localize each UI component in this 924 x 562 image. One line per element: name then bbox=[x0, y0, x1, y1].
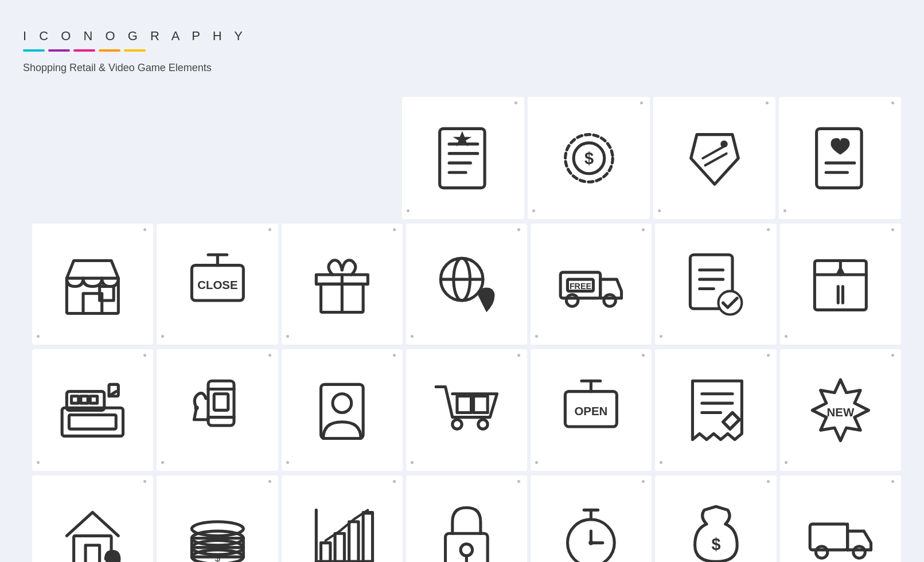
color-bar-cyan bbox=[23, 49, 45, 52]
color-bar-yellow bbox=[124, 49, 146, 52]
user-card-icon-cell bbox=[282, 349, 403, 470]
coin-stack-icon-cell: $ bbox=[157, 475, 278, 562]
price-tag-icon-cell bbox=[653, 97, 775, 219]
free-delivery-icon-cell: FREE bbox=[531, 224, 652, 345]
svg-text:$: $ bbox=[215, 553, 220, 562]
open-sign-icon-cell: OPEN bbox=[531, 349, 652, 470]
receipt-edit-icon-cell bbox=[655, 349, 776, 470]
free-delivery-icon: FREE bbox=[556, 249, 626, 319]
svg-rect-45 bbox=[62, 408, 123, 436]
global-location-icon bbox=[431, 249, 502, 319]
verified-doc-icon-cell bbox=[655, 224, 776, 345]
verified-doc-icon bbox=[681, 249, 751, 319]
svg-rect-48 bbox=[72, 396, 79, 403]
heart-list-icon bbox=[805, 123, 876, 194]
header-section: I C O N O G R A P H Y Shopping Retail & … bbox=[23, 23, 901, 85]
svg-point-62 bbox=[453, 419, 462, 428]
gift-box-icon bbox=[307, 249, 377, 319]
coin-dollar-icon-cell: $ bbox=[528, 97, 650, 219]
svg-rect-50 bbox=[91, 396, 98, 403]
svg-text:CLOSE: CLOSE bbox=[197, 278, 237, 291]
color-bar-purple bbox=[48, 49, 70, 52]
growth-chart-icon bbox=[307, 501, 377, 562]
growth-chart-icon-cell bbox=[282, 475, 403, 562]
svg-rect-86 bbox=[363, 512, 372, 561]
svg-rect-53 bbox=[208, 381, 234, 426]
svg-rect-85 bbox=[349, 522, 358, 562]
gift-box-icon-cell bbox=[282, 224, 403, 345]
wishlist-icon-cell bbox=[402, 97, 524, 219]
svg-rect-12 bbox=[816, 128, 861, 188]
wishlist-icon bbox=[428, 123, 499, 194]
color-bar-pink bbox=[73, 49, 95, 52]
svg-text:OPEN: OPEN bbox=[575, 404, 608, 417]
open-sign-icon: OPEN bbox=[556, 375, 626, 446]
home-location-icon-cell bbox=[32, 475, 153, 562]
delivery-truck-icon bbox=[805, 501, 876, 562]
stopwatch-icon-cell bbox=[531, 475, 652, 562]
svg-rect-56 bbox=[214, 393, 228, 410]
coin-dollar-icon: $ bbox=[553, 123, 625, 194]
svg-rect-46 bbox=[69, 415, 116, 429]
svg-point-96 bbox=[589, 540, 594, 545]
svg-marker-44 bbox=[836, 266, 845, 275]
svg-text:NEW: NEW bbox=[827, 405, 855, 418]
color-bar-orange bbox=[99, 49, 120, 52]
home-location-icon bbox=[57, 501, 128, 562]
svg-point-57 bbox=[194, 405, 198, 410]
brand-title: I C O N O G R A P H Y bbox=[23, 29, 901, 44]
mobile-shopping-icon-cell bbox=[157, 349, 278, 470]
coin-stack-icon: $ bbox=[182, 501, 253, 562]
svg-rect-61 bbox=[474, 396, 488, 412]
svg-rect-49 bbox=[81, 396, 88, 403]
new-badge-icon: NEW bbox=[805, 375, 876, 446]
padlock-icon-cell bbox=[406, 475, 527, 562]
svg-text:FREE: FREE bbox=[570, 282, 591, 291]
cash-register-icon bbox=[57, 375, 128, 446]
close-sign-icon-cell: CLOSE bbox=[157, 224, 278, 345]
package-box-icon-cell bbox=[780, 224, 901, 345]
svg-point-89 bbox=[461, 544, 472, 556]
svg-point-30 bbox=[604, 295, 615, 306]
global-location-icon-cell bbox=[406, 224, 527, 345]
svg-rect-84 bbox=[335, 533, 344, 561]
money-bag-icon-cell: $ bbox=[655, 475, 776, 562]
svg-point-63 bbox=[478, 419, 488, 428]
money-bag-icon: $ bbox=[681, 501, 751, 562]
cash-register-icon-cell bbox=[32, 349, 153, 470]
cart-boxes-icon-cell bbox=[406, 349, 527, 470]
svg-rect-15 bbox=[67, 278, 119, 313]
cart-boxes-icon bbox=[431, 375, 502, 446]
close-sign-icon: CLOSE bbox=[182, 249, 253, 319]
package-box-icon bbox=[805, 249, 876, 319]
svg-point-100 bbox=[853, 547, 865, 558]
color-bars bbox=[23, 49, 901, 52]
svg-point-29 bbox=[567, 295, 578, 306]
svg-rect-73 bbox=[85, 545, 100, 562]
svg-point-99 bbox=[816, 547, 827, 558]
delivery-truck-icon-cell bbox=[780, 475, 901, 562]
price-tag-icon bbox=[679, 123, 750, 194]
user-card-icon bbox=[307, 375, 377, 446]
svg-rect-60 bbox=[457, 396, 471, 412]
store-icon bbox=[57, 249, 128, 319]
receipt-edit-icon bbox=[681, 375, 751, 446]
heart-list-icon-cell bbox=[779, 97, 901, 219]
svg-point-59 bbox=[333, 393, 352, 412]
svg-point-79 bbox=[192, 522, 243, 536]
padlock-icon bbox=[431, 501, 502, 562]
stopwatch-icon bbox=[556, 501, 626, 562]
svg-rect-98 bbox=[810, 524, 847, 550]
svg-rect-83 bbox=[321, 543, 330, 562]
svg-text:$: $ bbox=[711, 535, 720, 553]
mobile-shopping-icon bbox=[182, 375, 253, 446]
subtitle: Shopping Retail & Video Game Elements bbox=[23, 62, 901, 74]
page-container: I C O N O G R A P H Y Shopping Retail & … bbox=[23, 23, 901, 562]
store-icon-cell bbox=[32, 224, 153, 345]
svg-text:$: $ bbox=[584, 149, 593, 167]
new-badge-icon-cell: NEW bbox=[780, 349, 901, 470]
